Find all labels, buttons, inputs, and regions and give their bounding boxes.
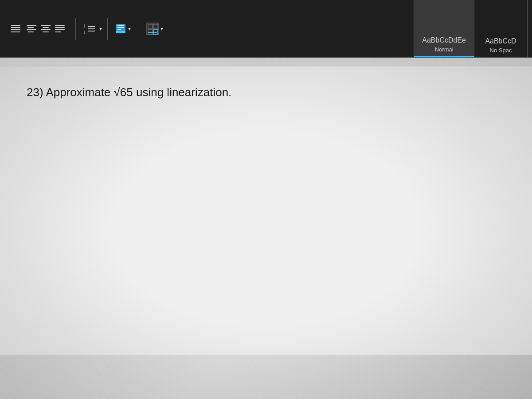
document-area: 23) Approximate √65 using linearization. [0, 58, 532, 399]
style-no-spacing-label: No Spac [490, 47, 512, 54]
toolbar-left: ↑ ↓ ▾ [4, 18, 414, 40]
borders-button[interactable]: ▾ [144, 21, 167, 37]
shading-icon [115, 23, 126, 35]
shading-button[interactable]: ▾ [112, 21, 134, 36]
borders-icon [146, 23, 159, 35]
borders-chevron-icon[interactable]: ▾ [160, 25, 164, 33]
style-normal-sample: AaBbCcDdEe [422, 36, 466, 44]
toolbar: ↑ ↓ ▾ [0, 0, 532, 58]
svg-rect-7 [148, 30, 153, 34]
divider-1 [75, 18, 76, 40]
style-no-spacing-sample: AaBbCcD [485, 37, 516, 45]
question-content: Approximate √65 using linearization. [46, 86, 231, 99]
shading-chevron-icon[interactable]: ▾ [127, 25, 132, 33]
svg-rect-5 [148, 24, 153, 29]
svg-rect-1 [116, 31, 125, 33]
align-justify-button[interactable] [53, 23, 66, 34]
svg-rect-8 [153, 30, 158, 34]
align-center-button[interactable] [25, 23, 36, 34]
style-no-spacing[interactable]: AaBbCcD No Spac [474, 0, 528, 57]
line-spacing-arrows-icon: ↑ ↓ [83, 23, 86, 35]
document-page: 23) Approximate √65 using linearization. [0, 66, 532, 355]
align-left-button[interactable] [9, 23, 22, 34]
question-text: 23) Approximate √65 using linearization. [27, 84, 505, 100]
styles-panel: AaBbCcDdEe Normal AaBbCcD No Spac [414, 0, 528, 57]
style-normal[interactable]: AaBbCcDdEe Normal [414, 0, 474, 57]
line-spacing-button[interactable]: ↑ ↓ [80, 21, 98, 37]
svg-rect-6 [153, 24, 158, 29]
line-spacing-chevron-icon[interactable]: ▾ [98, 25, 103, 33]
divider-2 [107, 18, 108, 40]
style-normal-label: Normal [435, 46, 454, 53]
spacing-lines-icon [88, 26, 95, 31]
question-number: 23) [27, 86, 43, 99]
alignment-group [4, 23, 71, 34]
line-spacing-group: ↑ ↓ ▾ [80, 21, 103, 37]
divider-3 [139, 18, 139, 40]
align-right-button[interactable] [39, 23, 51, 34]
